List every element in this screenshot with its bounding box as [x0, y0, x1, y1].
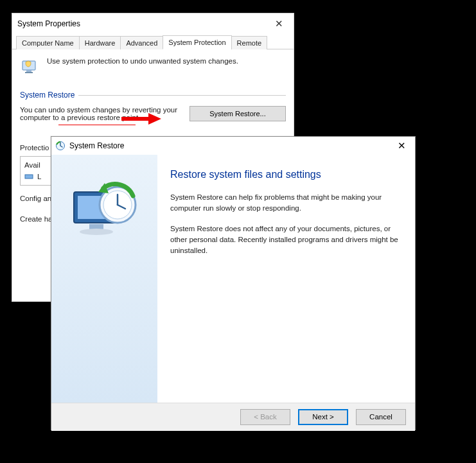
drive-icon — [24, 172, 33, 181]
tab-advanced[interactable]: Advanced — [120, 36, 163, 49]
wizard-content: Restore system files and settings System… — [157, 155, 415, 403]
available-drives-header-truncated: Avail — [24, 161, 40, 169]
restore-description: You can undo system changes by reverting… — [20, 106, 183, 121]
next-button[interactable]: Next > — [298, 409, 348, 425]
tab-hardware[interactable]: Hardware — [79, 36, 121, 49]
svg-rect-12 — [89, 224, 103, 229]
svg-rect-3 — [25, 175, 33, 179]
restore-monitor-clock-icon — [66, 174, 143, 245]
wizard-sidebar — [51, 155, 157, 403]
back-button: < Back — [240, 409, 290, 425]
close-icon[interactable]: ✕ — [392, 139, 411, 153]
tab-system-protection[interactable]: System Protection — [163, 35, 231, 49]
svg-rect-1 — [26, 70, 31, 72]
titlebar[interactable]: System Properties ✕ — [12, 13, 294, 34]
wizard-title: System Restore — [69, 141, 124, 150]
window-title: System Properties — [17, 19, 80, 28]
tab-strip: Computer Name Hardware Advanced System P… — [12, 34, 294, 49]
close-icon[interactable]: ✕ — [270, 17, 288, 31]
wizard-body: Restore system files and settings System… — [51, 155, 415, 403]
system-restore-button[interactable]: System Restore... — [190, 106, 286, 121]
wizard-titlebar[interactable]: System Restore ✕ — [51, 137, 415, 155]
svg-point-13 — [80, 229, 113, 235]
protection-shield-monitor-icon — [20, 57, 40, 78]
tab-computer-name[interactable]: Computer Name — [16, 36, 80, 49]
system-restore-icon — [55, 141, 66, 151]
protection-settings-label-truncated: Protectio — [20, 144, 49, 152]
tab-remote[interactable]: Remote — [231, 36, 268, 49]
svg-rect-2 — [25, 72, 33, 73]
annotation-underline — [58, 125, 136, 125]
cancel-button[interactable]: Cancel — [356, 409, 406, 425]
wizard-paragraph-1: System Restore can help fix problems tha… — [170, 192, 402, 213]
wizard-footer: < Back Next > Cancel — [51, 403, 415, 431]
wizard-paragraph-2: System Restore does not affect any of yo… — [170, 223, 402, 256]
system-restore-wizard: System Restore ✕ Restore system — [51, 136, 416, 430]
wizard-heading: Restore system files and settings — [170, 169, 402, 180]
section-system-restore: System Restore — [20, 91, 286, 100]
intro-text: Use system protection to undo unwanted s… — [47, 57, 238, 65]
